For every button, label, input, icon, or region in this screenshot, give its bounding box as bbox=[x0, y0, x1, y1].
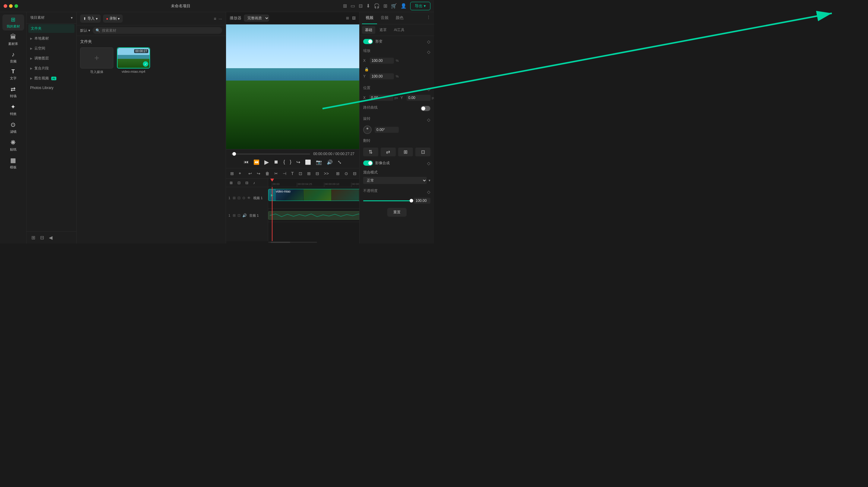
scale-lock-icon[interactable]: 🔒 bbox=[364, 67, 369, 71]
video-track-add[interactable]: ⊞ bbox=[233, 196, 236, 200]
more-tools-button[interactable]: >> bbox=[323, 170, 330, 176]
sidebar-item-my-assets[interactable]: ⊞ 我的素材 bbox=[2, 15, 24, 30]
playhead[interactable] bbox=[272, 187, 273, 241]
grid-layout-icon[interactable]: ⊞ bbox=[346, 16, 349, 20]
import-thumb[interactable]: + bbox=[80, 47, 113, 68]
more-icon[interactable]: ··· bbox=[218, 16, 222, 21]
timeline-select-icon[interactable]: ⌖ bbox=[238, 170, 242, 176]
sidebar-item-transition[interactable]: ⇄ 转场 bbox=[2, 84, 24, 100]
audio-track-copy[interactable]: ⊡ bbox=[238, 213, 241, 218]
copy-button[interactable]: ⊞ bbox=[306, 170, 312, 176]
snapshot-icon[interactable]: ⊞ bbox=[343, 3, 347, 9]
split-button[interactable]: ⊣ bbox=[281, 170, 287, 176]
scrollbar-thumb[interactable] bbox=[271, 242, 290, 243]
sort-button[interactable]: 默认 ▾ bbox=[80, 28, 90, 33]
redo-button[interactable]: ↪ bbox=[255, 170, 261, 176]
speed-button[interactable]: ⊙ bbox=[343, 170, 349, 176]
flip-horizontal-button[interactable]: ⇅ bbox=[363, 147, 378, 156]
subtab-basic[interactable]: 基础 bbox=[362, 26, 375, 34]
horizontal-scrollbar[interactable] bbox=[268, 242, 317, 243]
snapshot-button[interactable]: 📷 bbox=[316, 159, 322, 165]
secondary-item-folder[interactable]: 文件夹 bbox=[28, 24, 74, 33]
cut-button[interactable]: ✂ bbox=[273, 170, 279, 176]
maximize-button[interactable] bbox=[14, 4, 18, 8]
image-blend-keyframe[interactable]: ◇ bbox=[427, 161, 430, 166]
position-y-input[interactable] bbox=[407, 95, 431, 101]
video-clip[interactable]: ▶ video-miao bbox=[268, 189, 359, 201]
headphone-icon[interactable]: 🎧 bbox=[374, 3, 380, 9]
frame-back-button[interactable]: ⏪ bbox=[253, 159, 259, 165]
opacity-thumb[interactable] bbox=[410, 199, 413, 202]
device-icon[interactable]: ⊟ bbox=[359, 3, 363, 9]
subtab-ai[interactable]: AI工具 bbox=[391, 26, 407, 34]
scale-keyframe[interactable]: ◇ bbox=[427, 50, 430, 54]
play-button[interactable]: ▶ bbox=[264, 159, 269, 166]
import-button[interactable]: ⬆ 导入 ▾ bbox=[80, 15, 101, 23]
cart-icon[interactable]: 🛒 bbox=[391, 3, 397, 9]
video-track-visibility[interactable]: 👁 bbox=[247, 196, 251, 200]
video-thumb[interactable]: 00:00:27 ✓ bbox=[117, 47, 150, 68]
search-input[interactable] bbox=[102, 28, 219, 33]
clip-trim-button[interactable]: ⊞ bbox=[335, 170, 341, 176]
position-keyframe[interactable]: ◇ bbox=[427, 87, 430, 91]
flip-vertical-button[interactable]: ⇄ bbox=[381, 147, 396, 156]
minimize-button[interactable] bbox=[9, 4, 13, 8]
secondary-item-local[interactable]: ▶ 本地素材 bbox=[27, 33, 76, 44]
audio-track-mute[interactable]: 🔊 bbox=[242, 213, 247, 218]
image-icon[interactable]: 🖼 bbox=[352, 16, 355, 20]
video-track-mute[interactable]: ⊙ bbox=[242, 196, 245, 200]
lock-icon[interactable]: ⊡ bbox=[236, 180, 242, 185]
progress-thumb[interactable] bbox=[232, 152, 236, 156]
opacity-input[interactable] bbox=[414, 198, 430, 204]
secondary-item-composite[interactable]: ▶ 复合片段 bbox=[27, 63, 76, 73]
flip-paste-button[interactable]: ⊡ bbox=[415, 147, 430, 156]
reset-button[interactable]: 重置 bbox=[387, 208, 407, 217]
fullscreen-button[interactable]: ⬜ bbox=[305, 159, 311, 165]
transform-button[interactable]: ⊡ bbox=[298, 170, 304, 176]
import-media-item[interactable]: + 导入媒体 bbox=[80, 47, 113, 74]
audio-track-icon[interactable]: ♪ bbox=[252, 180, 256, 185]
secondary-item-aivideo[interactable]: ▶ 图生视频 AI bbox=[27, 73, 76, 83]
record-button[interactable]: ● 录制 ▾ bbox=[103, 15, 123, 23]
secondary-item-cloud[interactable]: ▶ 云空间 bbox=[27, 44, 76, 53]
stabilize-button[interactable]: ⊟ bbox=[352, 170, 358, 176]
tab-video[interactable]: 视频 bbox=[362, 12, 377, 24]
download-icon[interactable]: ⬇ bbox=[366, 3, 370, 9]
sidebar-item-filters[interactable]: ⊙ 滤镜 bbox=[2, 119, 24, 136]
quality-select[interactable]: 完整画质 bbox=[244, 15, 269, 22]
video-media-item[interactable]: 00:00:27 ✓ video-miao.mp4 bbox=[117, 47, 150, 74]
magnet-icon[interactable]: ⊞ bbox=[228, 180, 234, 185]
sidebar-item-library[interactable]: 🏛 素材库 bbox=[2, 32, 24, 48]
blend-mode-select[interactable]: 正常 bbox=[363, 177, 427, 184]
tab-color[interactable]: 颜色 bbox=[392, 12, 407, 24]
rewind-button[interactable]: ⏮ bbox=[244, 159, 249, 165]
subtab-mask[interactable]: 遮罩 bbox=[376, 26, 390, 34]
scale-y-input[interactable] bbox=[370, 73, 394, 79]
insert-button[interactable]: ↪ bbox=[296, 159, 300, 165]
grid-icon[interactable]: ⊞ bbox=[383, 3, 387, 9]
delete-button[interactable]: 🗑 bbox=[264, 170, 271, 176]
path-curve-toggle[interactable] bbox=[421, 106, 430, 111]
rotation-input[interactable] bbox=[375, 127, 399, 133]
props-more-button[interactable]: ⋮ bbox=[426, 12, 432, 24]
timeline-split-icon[interactable]: ⊞ bbox=[229, 170, 235, 176]
new-folder-button[interactable]: ⊞ bbox=[30, 234, 36, 241]
text-track-button[interactable]: T bbox=[290, 170, 295, 176]
export-dropdown-icon[interactable]: ▾ bbox=[424, 4, 426, 8]
progress-track[interactable] bbox=[231, 153, 310, 154]
filter-icon[interactable]: ≡ bbox=[214, 16, 216, 21]
user-icon[interactable]: 👤 bbox=[401, 3, 407, 9]
sidebar-item-templates[interactable]: ▦ 模板 bbox=[2, 155, 24, 171]
opacity-keyframe[interactable]: ◇ bbox=[427, 190, 430, 194]
flip-copy-button[interactable]: ⊞ bbox=[398, 147, 413, 156]
secondary-item-photos[interactable]: Photos Library bbox=[27, 83, 76, 92]
rotation-keyframe[interactable]: ◇ bbox=[427, 117, 430, 122]
opacity-slider[interactable] bbox=[363, 200, 411, 201]
collapse-button[interactable]: ◀ bbox=[48, 234, 54, 241]
link-tracks-icon[interactable]: ⊟ bbox=[244, 180, 250, 185]
tab-audio[interactable]: 音频 bbox=[377, 12, 392, 24]
sidebar-item-stickers[interactable]: ❋ 贴纸 bbox=[2, 137, 24, 153]
audio-button[interactable]: 🔊 bbox=[327, 159, 333, 165]
rotation-wheel[interactable] bbox=[363, 125, 372, 134]
link-button[interactable]: ⊟ bbox=[314, 170, 320, 176]
